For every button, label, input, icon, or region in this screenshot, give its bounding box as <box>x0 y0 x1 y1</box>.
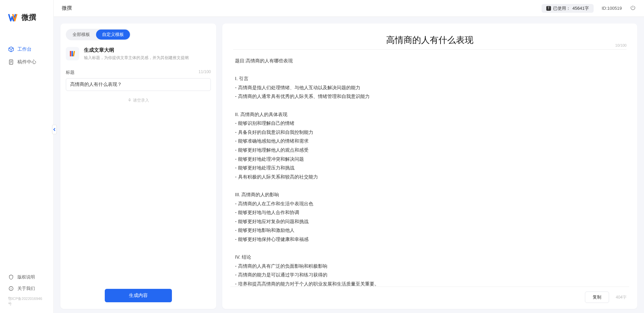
topbar: 微撰 T 已使用：45641字 ID:100519 <box>54 0 644 17</box>
nav-item-copyright[interactable]: 版权说明 <box>0 271 53 283</box>
output-body[interactable]: 题目:高情商的人有哪些表现 I. 引言 - 高情商是指人们处理情绪、与他人互动以… <box>222 50 637 286</box>
template-title: 生成文章大纲 <box>84 47 189 53</box>
nav-item-docs[interactable]: 稿件中心 <box>0 56 53 68</box>
title-input[interactable] <box>66 78 211 91</box>
app-title: 微撰 <box>62 5 72 11</box>
nav-label: 关于我们 <box>17 285 35 292</box>
logo-icon <box>8 12 19 23</box>
mic-icon <box>128 98 132 103</box>
tab-custom-templates[interactable]: 自定义模板 <box>96 30 130 40</box>
output-title: 高情商的人有什么表现 <box>236 34 624 46</box>
template-card: 生成文章大纲 输入标题，为你提供文章主体的灵感，并为其创建推文提纲 <box>60 40 216 65</box>
cube-icon <box>8 46 14 52</box>
title-field: 标题 11/100 <box>60 65 216 91</box>
generate-button[interactable]: 生成内容 <box>105 289 172 302</box>
voice-hint[interactable]: 请空录入 <box>60 91 216 110</box>
logo[interactable]: 微撰 <box>0 0 53 30</box>
main: 微撰 T 已使用：45641字 ID:100519 全部模板 自定义模板 <box>54 0 644 313</box>
shield-icon <box>8 274 14 280</box>
icp-text: 鄂ICP备2022016946号 <box>0 294 53 310</box>
books-icon <box>66 47 79 60</box>
text-icon: T <box>546 6 551 11</box>
template-tabs: 全部模板 自定义模板 <box>66 29 131 40</box>
user-id: ID:100519 <box>602 6 622 11</box>
collapse-handle[interactable] <box>52 125 57 134</box>
nav-item-about[interactable]: 关于我们 <box>0 283 53 294</box>
logo-text: 微撰 <box>21 12 36 22</box>
output-title-count: 10/100 <box>615 43 627 47</box>
usage-value: 45641字 <box>572 5 589 11</box>
power-icon[interactable] <box>630 5 636 12</box>
output-panel: 高情商的人有什么表现 10/100 题目:高情商的人有哪些表现 I. 引言 - … <box>222 23 637 309</box>
usage-prefix: 已使用： <box>553 5 570 11</box>
sidebar-bottom: 版权说明 关于我们 鄂ICP备2022016946号 <box>0 271 53 313</box>
input-panel: 全部模板 自定义模板 生成文章大纲 输入标题，为你提供文章主体的灵感，并为其创建… <box>60 23 216 309</box>
field-char-count: 11/100 <box>198 69 211 75</box>
word-count: 404字 <box>616 295 627 300</box>
document-icon <box>8 59 14 65</box>
template-desc: 输入标题，为你提供文章主体的灵感，并为其创建推文提纲 <box>84 55 189 61</box>
svg-rect-2 <box>70 51 71 56</box>
tab-all-templates[interactable]: 全部模板 <box>66 30 96 40</box>
svg-rect-5 <box>129 99 130 101</box>
info-icon <box>8 285 14 292</box>
svg-rect-4 <box>73 51 75 56</box>
svg-rect-3 <box>72 51 73 56</box>
nav-label: 版权说明 <box>17 274 35 280</box>
nav-label: 稿件中心 <box>17 59 36 65</box>
nav-label: 工作台 <box>17 46 32 52</box>
usage-badge[interactable]: T 已使用：45641字 <box>542 4 594 13</box>
sidebar: 微撰 工作台 稿件中心 版权说明 <box>0 0 54 313</box>
nav-item-workspace[interactable]: 工作台 <box>0 43 53 56</box>
nav-list: 工作台 稿件中心 <box>0 30 53 271</box>
copy-button[interactable]: 复制 <box>585 292 609 303</box>
field-label: 标题 <box>66 69 75 75</box>
voice-hint-text: 请空录入 <box>133 98 149 103</box>
